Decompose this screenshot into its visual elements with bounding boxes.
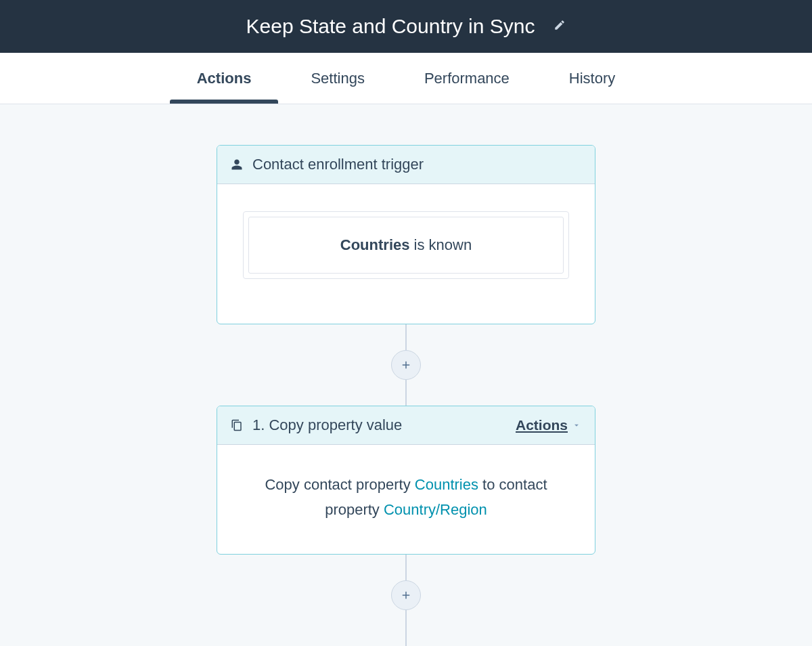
tab-performance[interactable]: Performance [424, 53, 510, 104]
filter-condition: is known [409, 236, 472, 253]
tab-settings[interactable]: Settings [311, 53, 365, 104]
trigger-filter-group[interactable]: Countries is known [243, 211, 569, 279]
page-title: Keep State and Country in Sync [246, 15, 535, 38]
pencil-icon [554, 19, 566, 31]
connector-line [405, 610, 407, 646]
action-target-property: Country/Region [384, 501, 487, 518]
actions-menu-label: Actions [516, 417, 568, 433]
copy-icon [231, 419, 243, 431]
tab-bar: Actions Settings Performance History [0, 53, 812, 104]
trigger-card[interactable]: Contact enrollment trigger Countries is … [217, 145, 595, 324]
trigger-card-header: Contact enrollment trigger [217, 146, 595, 184]
action-card-actions-menu[interactable]: Actions [516, 417, 581, 433]
trigger-filter: Countries is known [248, 217, 564, 274]
tab-label: Performance [424, 70, 510, 87]
tab-label: Settings [311, 70, 365, 87]
workflow-canvas: Contact enrollment trigger Countries is … [0, 104, 812, 646]
tab-actions[interactable]: Actions [197, 53, 252, 104]
action-card-body: Copy contact property Countries to conta… [217, 445, 595, 554]
add-action-button[interactable] [391, 580, 421, 610]
trigger-card-body: Countries is known [217, 184, 595, 324]
trigger-card-title: Contact enrollment trigger [252, 156, 424, 173]
edit-title-button[interactable] [554, 19, 566, 34]
action-source-property: Countries [415, 476, 478, 493]
connector-line [405, 555, 407, 580]
tab-label: History [569, 70, 615, 87]
connector-line [405, 324, 407, 350]
action-card-header: 1. Copy property value Actions [217, 406, 595, 445]
action-description-prefix: Copy contact property [265, 476, 414, 493]
chevron-down-icon [572, 421, 581, 430]
tab-history[interactable]: History [569, 53, 615, 104]
action-card-title: 1. Copy property value [252, 416, 402, 434]
filter-property: Countries [340, 236, 410, 253]
tab-label: Actions [197, 70, 252, 87]
contact-icon [231, 158, 243, 171]
plus-icon [400, 589, 412, 601]
add-action-button[interactable] [391, 350, 421, 380]
plus-icon [400, 359, 412, 371]
page-header: Keep State and Country in Sync [0, 0, 812, 53]
action-card[interactable]: 1. Copy property value Actions Copy cont… [217, 406, 595, 555]
connector-line [405, 380, 407, 406]
